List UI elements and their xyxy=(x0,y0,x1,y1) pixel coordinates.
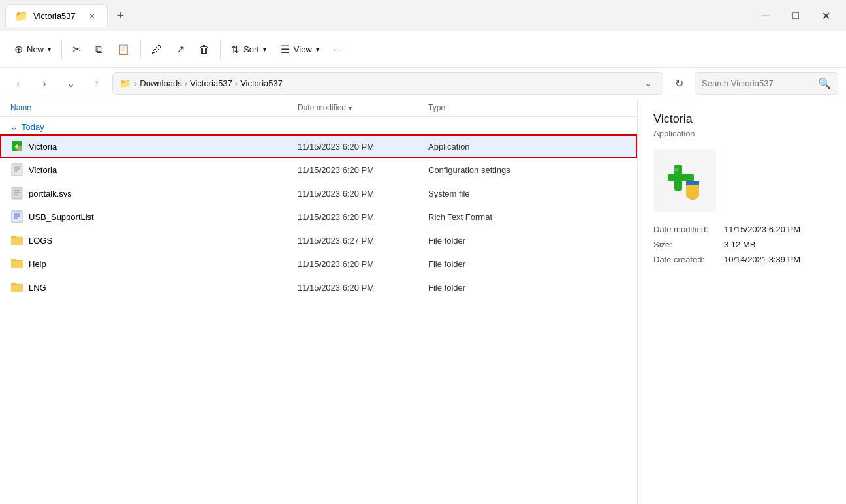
paste-button[interactable]: 📋 xyxy=(110,37,136,63)
paste-icon: 📋 xyxy=(117,43,130,55)
file-type-1: Configuration settings xyxy=(428,165,627,175)
file-row[interactable]: Victoria 11/15/2023 6:20 PM Configuratio… xyxy=(0,158,637,181)
tab-area: 📁 Victoria537 ✕ + xyxy=(5,4,751,27)
view-icon: ☰ xyxy=(281,43,290,55)
view-button[interactable]: ☰ View ▾ xyxy=(274,37,326,63)
file-date-1: 11/15/2023 6:20 PM xyxy=(298,165,428,175)
address-box[interactable]: 📁 › Downloads › Victoria537 › Victoria53… xyxy=(112,72,663,95)
view-chevron-icon: ▾ xyxy=(316,46,319,53)
close-button[interactable]: ✕ xyxy=(811,5,841,26)
file-date-5: 11/15/2023 6:20 PM xyxy=(298,259,428,269)
detail-panel: Victoria Application Date modified: 11/1… xyxy=(637,99,846,504)
config-icon xyxy=(10,163,24,176)
file-name-3: USB_SupportList xyxy=(29,212,94,222)
up-button[interactable]: ↑ xyxy=(86,73,107,94)
refresh-button[interactable]: ↻ xyxy=(668,73,689,94)
folder-icon-logs xyxy=(10,234,24,247)
delete-icon: 🗑 xyxy=(199,44,210,55)
delete-button[interactable]: 🗑 xyxy=(193,37,216,63)
copy-icon: ⧉ xyxy=(95,44,102,55)
view-label: View xyxy=(294,44,312,54)
detail-date-modified-value: 11/15/2023 6:20 PM xyxy=(724,225,800,234)
active-tab[interactable]: 📁 Victoria537 ✕ xyxy=(5,4,108,27)
file-type-2: System file xyxy=(428,189,627,198)
group-header-today[interactable]: ⌄ Today xyxy=(0,117,637,134)
svg-rect-12 xyxy=(12,211,22,223)
svg-rect-3 xyxy=(17,146,22,151)
cut-button[interactable]: ✂ xyxy=(66,37,87,63)
more-button[interactable]: ··· xyxy=(327,37,347,63)
app-icon: + xyxy=(10,140,24,153)
file-date-0: 11/15/2023 6:20 PM xyxy=(298,142,428,151)
separator-2 xyxy=(140,40,141,59)
rename-button[interactable]: 🖊 xyxy=(145,37,168,63)
detail-icon-box xyxy=(653,149,716,212)
search-icon: 🔍 xyxy=(818,77,831,89)
down-button[interactable]: ⌄ xyxy=(60,73,81,94)
tab-folder-icon: 📁 xyxy=(15,10,28,22)
title-bar-controls: ─ □ ✕ xyxy=(751,5,841,26)
file-row[interactable]: LOGS 11/15/2023 6:27 PM File folder xyxy=(0,228,637,252)
maximize-button[interactable]: □ xyxy=(781,5,811,26)
address-dropdown-icon[interactable]: ⌄ xyxy=(640,76,656,91)
breadcrumb-sep-start: › xyxy=(134,78,137,88)
folder-icon-help xyxy=(10,257,24,270)
toolbar: ⊕ New ▾ ✂ ⧉ 📋 🖊 ↗ 🗑 ⇅ Sort ▾ ☰ View ▾ · xyxy=(0,31,846,68)
file-area: Name Date modified ▾ Type ⌄ Today + xyxy=(0,99,637,504)
share-button[interactable]: ↗ xyxy=(170,37,191,63)
copy-button[interactable]: ⧉ xyxy=(89,37,109,63)
group-label: Today xyxy=(22,122,44,132)
file-type-4: File folder xyxy=(428,236,627,245)
file-date-4: 11/15/2023 6:27 PM xyxy=(298,236,428,245)
rename-icon: 🖊 xyxy=(151,44,162,55)
file-row[interactable]: Help 11/15/2023 6:20 PM File folder xyxy=(0,252,637,276)
more-label: ··· xyxy=(334,44,341,54)
new-icon: ⊕ xyxy=(14,43,23,55)
main-content: Name Date modified ▾ Type ⌄ Today + xyxy=(0,99,846,504)
detail-date-modified-label: Date modified: xyxy=(653,225,719,234)
date-sort-chevron: ▾ xyxy=(349,104,352,112)
file-row[interactable]: porttalk.sys 11/15/2023 6:20 PM System f… xyxy=(0,181,637,205)
new-tab-button[interactable]: + xyxy=(110,5,131,26)
cut-icon: ✂ xyxy=(72,43,81,55)
file-row[interactable]: USB_SupportList 11/15/2023 6:20 PM Rich … xyxy=(0,205,637,228)
file-cell-name: porttalk.sys xyxy=(10,187,298,200)
file-name-4: LOGS xyxy=(29,236,52,245)
breadcrumb-victoria537-2: Victoria537 xyxy=(240,78,283,88)
breadcrumb-sep-2: › xyxy=(235,78,238,88)
new-button[interactable]: ⊕ New ▾ xyxy=(8,37,57,63)
col-header-type: Type xyxy=(428,103,627,112)
svg-rect-8 xyxy=(12,187,22,199)
tab-title: Victoria537 xyxy=(33,11,76,21)
new-chevron-icon: ▾ xyxy=(48,46,51,53)
col-header-date: Date modified ▾ xyxy=(298,103,428,112)
detail-size-value: 3.12 MB xyxy=(724,240,755,249)
new-label: New xyxy=(27,44,44,54)
file-row[interactable]: + Victoria 11/15/2023 6:20 PM Applicatio… xyxy=(0,134,637,158)
breadcrumb-victoria537-1: Victoria537 xyxy=(190,78,232,88)
tab-close-btn[interactable]: ✕ xyxy=(86,10,98,22)
file-name-2: porttalk.sys xyxy=(29,189,72,198)
file-row[interactable]: LNG 11/15/2023 6:20 PM File folder xyxy=(0,276,637,299)
file-cell-name: Victoria xyxy=(10,163,298,176)
file-name-0: Victoria xyxy=(29,142,57,151)
title-bar: 📁 Victoria537 ✕ + ─ □ ✕ xyxy=(0,0,846,31)
folder-icon-lng xyxy=(10,281,24,294)
minimize-button[interactable]: ─ xyxy=(751,5,781,26)
breadcrumb-downloads: Downloads xyxy=(140,78,181,88)
search-box[interactable]: 🔍 xyxy=(695,72,838,95)
detail-date-modified-row: Date modified: 11/15/2023 6:20 PM xyxy=(653,225,830,234)
detail-properties: Date modified: 11/15/2023 6:20 PM Size: … xyxy=(653,225,830,264)
forward-button[interactable]: › xyxy=(34,73,55,94)
file-name-6: LNG xyxy=(29,283,46,292)
detail-date-created-label: Date created: xyxy=(653,255,719,264)
file-type-3: Rich Text Format xyxy=(428,212,627,222)
back-button[interactable]: ‹ xyxy=(8,73,29,94)
file-cell-name: USB_SupportList xyxy=(10,210,298,223)
search-input[interactable] xyxy=(702,78,814,88)
sys-icon xyxy=(10,187,24,200)
col-header-name[interactable]: Name xyxy=(10,103,298,112)
file-type-5: File folder xyxy=(428,259,627,269)
file-date-6: 11/15/2023 6:20 PM xyxy=(298,283,428,292)
sort-button[interactable]: ⇅ Sort ▾ xyxy=(225,37,273,63)
